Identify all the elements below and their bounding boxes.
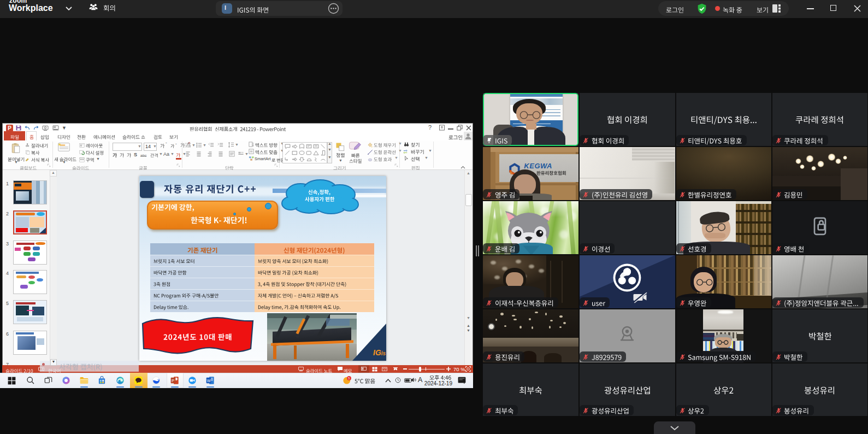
svg-text:5: 5 — [348, 377, 350, 380]
svg-text:W: W — [207, 378, 211, 383]
svg-text:P: P — [172, 378, 174, 383]
